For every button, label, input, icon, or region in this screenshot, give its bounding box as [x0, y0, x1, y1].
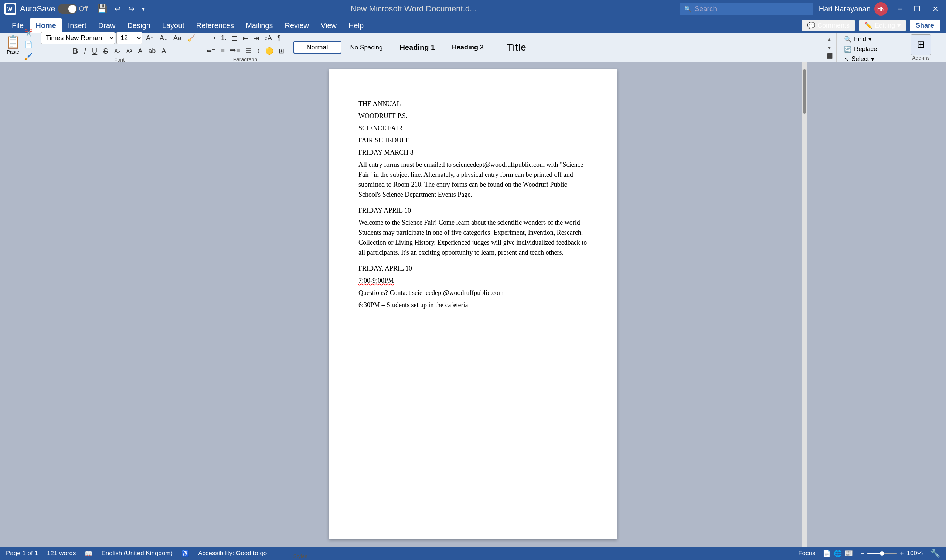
style-heading2[interactable]: Heading 2 [444, 42, 492, 54]
menu-insert[interactable]: Insert [62, 18, 93, 33]
paste-button[interactable]: 📋 Paste [5, 34, 21, 55]
search-bar[interactable]: 🔍 [680, 3, 813, 15]
format-painter-button[interactable]: 🖌️ [22, 51, 35, 62]
doc-line5: FRIDAY MARCH 8 [358, 148, 588, 158]
align-left-button[interactable]: ⬅≡ [204, 45, 218, 57]
search-icon: 🔍 [684, 6, 692, 12]
shading-button[interactable]: 🟡 [263, 45, 276, 57]
italic-button[interactable]: I [82, 45, 88, 57]
comments-button[interactable]: 💬 Comments [801, 20, 855, 31]
share-button[interactable]: Share [910, 20, 940, 31]
paragraph-label: Paragraph [233, 57, 257, 62]
print-layout-button[interactable]: 📄 [823, 549, 831, 557]
line-spacing-button[interactable]: ↕ [255, 45, 262, 57]
font-size-select[interactable]: 12 [116, 32, 142, 44]
align-center-button[interactable]: ≡ [219, 45, 227, 57]
statusbar-right: Focus 📄 🌐 📰 − + 100% 🔧 [798, 549, 940, 558]
web-layout-button[interactable]: 🌐 [834, 549, 842, 557]
increase-indent-button[interactable]: ⇥ [251, 33, 261, 44]
justify-button[interactable]: ☰ [244, 45, 254, 57]
menu-draw[interactable]: Draw [93, 18, 122, 33]
accessibility: Accessibility: Good to go [198, 550, 267, 557]
superscript-button[interactable]: X² [124, 46, 134, 56]
doc-line8: 7:00-9:00PM [358, 276, 588, 286]
editing-button[interactable]: ✏️ Editing ▾ [859, 20, 906, 31]
save-button[interactable]: 💾 [95, 3, 110, 15]
menu-layout[interactable]: Layout [156, 18, 190, 33]
status-bar: Page 1 of 1 121 words 📖 English (United … [0, 547, 946, 560]
menu-view[interactable]: View [315, 18, 343, 33]
chevron-down-icon: ▾ [897, 22, 901, 29]
style-no-spacing[interactable]: No Spacing [342, 42, 391, 54]
align-right-button[interactable]: ⮕≡ [228, 45, 243, 57]
menu-mailings[interactable]: Mailings [240, 18, 279, 33]
doc-para2: Welcome to the Science Fair! Come learn … [358, 218, 588, 258]
font-section: Times New Roman 12 A↑ A↓ Aa 🧹 B I U S X₂… [39, 32, 200, 63]
autosave-toggle[interactable]: AutoSave Off [20, 4, 88, 14]
zoom-out-button[interactable]: − [860, 550, 864, 557]
replace-button[interactable]: 🔄 Replace [843, 45, 900, 54]
autosave-switch[interactable] [58, 4, 77, 14]
scrollbar-thumb[interactable] [802, 69, 806, 114]
styles-scroll-down[interactable]: ▼ [826, 44, 833, 51]
menu-references[interactable]: References [190, 18, 240, 33]
redo-button[interactable]: ↪ [126, 3, 137, 15]
zoom-in-button[interactable]: + [900, 550, 904, 557]
menu-review[interactable]: Review [279, 18, 315, 33]
replace-icon: 🔄 [844, 45, 852, 53]
customize-button[interactable]: ▾ [140, 4, 147, 14]
subscript-button[interactable]: X₂ [112, 46, 123, 56]
accessibility-icon: ♿ [181, 550, 189, 557]
clear-format-button[interactable]: 🧹 [185, 32, 198, 43]
font-grow-button[interactable]: A↑ [144, 33, 156, 43]
bullets-button[interactable]: ≡• [207, 33, 218, 44]
scrollbar[interactable] [802, 62, 807, 547]
cut-button[interactable]: ✂️ [22, 27, 35, 38]
styles-scroll-up[interactable]: ▲ [826, 36, 833, 43]
menu-design[interactable]: Design [122, 18, 156, 33]
focus-button[interactable]: Focus [798, 550, 815, 557]
text-shading-button[interactable]: A [159, 46, 168, 57]
minimize-button[interactable]: – [895, 3, 905, 15]
style-title[interactable]: Title [492, 40, 541, 55]
underline-button[interactable]: U [90, 45, 99, 57]
chevron-down-icon: ▾ [869, 35, 872, 43]
multilevel-list-button[interactable]: ☰ [230, 33, 240, 44]
restore-button[interactable]: ❐ [911, 3, 923, 15]
zoom-slider[interactable] [867, 552, 897, 554]
doc-line10: 6:30PM – Students set up in the cafeteri… [358, 300, 588, 310]
style-heading1[interactable]: Heading 1 [392, 41, 443, 54]
style-normal[interactable]: Normal [293, 42, 341, 54]
change-case-button[interactable]: Aa [171, 33, 184, 43]
font-color-button[interactable]: A [136, 46, 145, 57]
sort-button[interactable]: ↕A [262, 33, 274, 44]
menu-help[interactable]: Help [343, 18, 370, 33]
autosave-off-label: Off [79, 5, 88, 13]
bold-button[interactable]: B [71, 45, 80, 57]
zoom-control[interactable]: − + 100% [860, 550, 923, 557]
strikethrough-button[interactable]: S [101, 45, 110, 57]
editing-section: 🔍 Find ▾ 🔄 Replace ↖ Select ▾ Editing [838, 33, 904, 62]
highlight-color-button[interactable]: ab [146, 46, 158, 57]
border-button[interactable]: ⊞ [276, 45, 286, 57]
addins-icon[interactable]: ⊞ [911, 34, 931, 55]
font-shrink-button[interactable]: A↓ [157, 33, 170, 43]
document[interactable]: THE ANNUAL WOODRUFF P.S. SCIENCE FAIR FA… [329, 69, 617, 539]
reader-view-button[interactable]: 📰 [845, 549, 853, 557]
styles-expand[interactable]: ⬛ [826, 52, 833, 59]
addins-section: ⊞ Add-ins [906, 33, 943, 62]
close-button[interactable]: ✕ [929, 3, 941, 15]
numbering-button[interactable]: 1. [219, 33, 229, 44]
doc-line2: WOODRUFF P.S. [358, 111, 588, 121]
document-area[interactable]: THE ANNUAL WOODRUFF P.S. SCIENCE FAIR FA… [144, 62, 802, 547]
time-text: 7:00-9:00PM [358, 277, 394, 284]
search-input[interactable] [695, 5, 809, 13]
find-button[interactable]: 🔍 Find ▾ [843, 35, 900, 44]
language: English (United Kingdom) [101, 550, 173, 557]
copy-button[interactable]: 📄 [22, 39, 35, 50]
window-controls[interactable]: – ❐ ✕ [895, 3, 941, 15]
show-formatting-button[interactable]: ¶ [275, 33, 283, 44]
font-family-select[interactable]: Times New Roman [41, 32, 115, 44]
decrease-indent-button[interactable]: ⇤ [241, 33, 250, 44]
undo-button[interactable]: ↩ [112, 3, 123, 15]
